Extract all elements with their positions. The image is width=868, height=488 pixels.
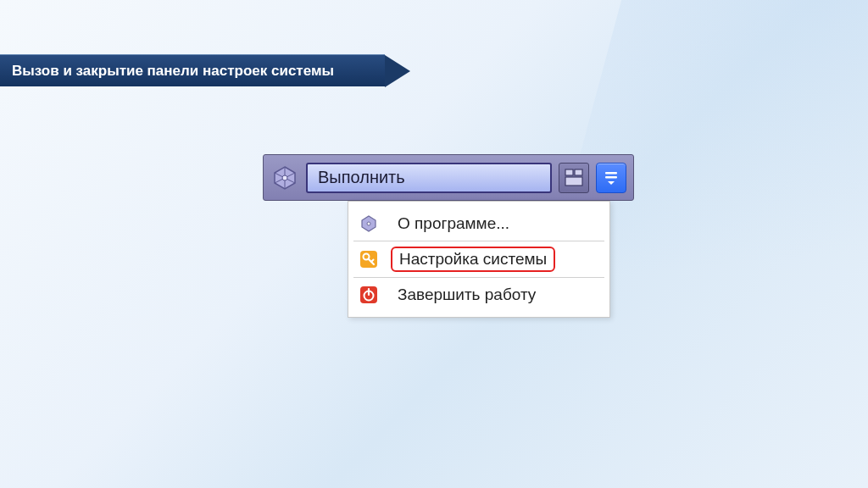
svg-rect-6 <box>575 169 582 175</box>
menu-item-label: О программе... <box>391 213 516 235</box>
title-text: Вызов и закрытие панели настроек системы <box>12 63 334 80</box>
menu-button[interactable] <box>596 163 626 193</box>
layout-button[interactable] <box>559 163 589 193</box>
logo-icon[interactable] <box>270 164 299 192</box>
svg-point-12 <box>367 222 370 225</box>
run-input[interactable]: Выполнить <box>306 163 552 193</box>
dropdown-menu: О программе... Настройка системы <box>348 201 610 318</box>
app-panel: Выполнить О программе <box>263 154 634 201</box>
hexagon-icon <box>357 212 381 236</box>
menu-item-label: Завершить работу <box>391 284 542 306</box>
menu-item-about[interactable]: О программе... <box>353 207 604 241</box>
svg-point-4 <box>282 175 287 180</box>
menu-item-exit[interactable]: Завершить работу <box>353 278 604 312</box>
toolbar: Выполнить <box>263 154 634 201</box>
title-banner: Вызов и закрытие панели настроек системы <box>0 54 385 86</box>
menu-item-settings[interactable]: Настройка системы <box>353 241 604 278</box>
svg-marker-10 <box>608 181 615 185</box>
menu-item-label: Настройка системы <box>391 247 555 272</box>
svg-rect-9 <box>605 176 617 179</box>
power-icon <box>357 283 381 307</box>
key-icon <box>357 247 381 271</box>
svg-rect-8 <box>605 172 617 175</box>
svg-rect-5 <box>565 169 573 175</box>
svg-rect-7 <box>565 177 582 186</box>
run-input-label: Выполнить <box>318 168 405 187</box>
